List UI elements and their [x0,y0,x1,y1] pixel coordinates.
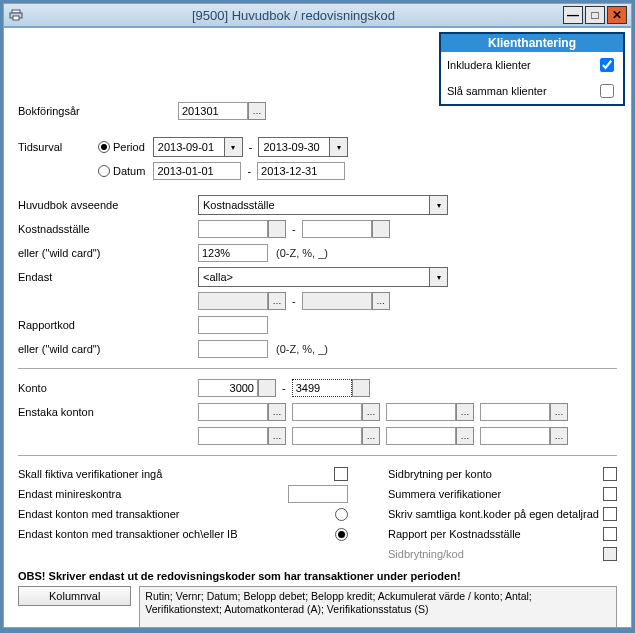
konto-to-lookup[interactable] [352,379,370,397]
enstaka-2-input[interactable] [292,403,362,421]
sla-label: Slå samman klienter [447,85,547,97]
obs-text: OBS! Skriver endast ut de redovisningsko… [18,570,617,582]
enstaka-6-lookup[interactable]: … [362,427,380,445]
gray-to-input[interactable] [302,292,372,310]
minimize-button[interactable]: — [563,6,583,24]
enstaka-4-lookup[interactable]: … [550,403,568,421]
radio-icon [98,165,110,177]
separator [18,368,617,369]
konto-label: Konto [18,382,198,394]
konto-from-lookup[interactable] [258,379,276,397]
period-radio[interactable]: Period [98,141,145,153]
chevron-down-icon: ▾ [224,138,242,156]
klient-header: Klienthantering [441,34,623,52]
kostnad-from-input[interactable] [198,220,268,238]
chevron-down-icon: ▾ [429,196,447,214]
tidsurval-label: Tidsurval [18,141,98,153]
wild2-input[interactable] [198,340,268,358]
wild2-label: eller ("wild card") [18,343,198,355]
rapportkod-input[interactable] [198,316,268,334]
rapportkod-label: Rapportkod [18,319,198,331]
kostnadsstalle-label: Kostnadsställe [18,223,198,235]
trans-radio[interactable] [335,508,348,521]
enstaka-8-lookup[interactable]: … [550,427,568,445]
sidbryt-konto-label: Sidbrytning per konto [388,468,492,480]
huvudbok-select[interactable]: Kostnadsställe ▾ [198,195,448,215]
enstaka-1-input[interactable] [198,403,268,421]
inkludera-label: Inkludera klienter [447,59,531,71]
kostnad-to-input[interactable] [302,220,372,238]
datum-radio[interactable]: Datum [98,165,145,177]
period-to-select[interactable]: 2013-09-30 ▾ [258,137,348,157]
wild1-input[interactable] [198,244,268,262]
enstaka-3-input[interactable] [386,403,456,421]
klient-panel: Klienthantering Inkludera klienter Slå s… [439,32,625,106]
svg-rect-2 [13,16,19,20]
wild1-hint: (0-Z, %, _) [276,247,328,259]
bokforingsar-lookup[interactable]: … [248,102,266,120]
summera-label: Summera verifikationer [388,488,501,500]
enstaka-5-lookup[interactable]: … [268,427,286,445]
minireskontra-label: Endast minireskontra [18,488,121,500]
enstaka-1-lookup[interactable]: … [268,403,286,421]
datum-from-input[interactable] [153,162,241,180]
rapport-label: Rapport per Kostnadsställe [388,528,521,540]
gray-from-lookup[interactable]: … [268,292,286,310]
enstaka-6-input[interactable] [292,427,362,445]
enstaka-3-lookup[interactable]: … [456,403,474,421]
enstaka-8-input[interactable] [480,427,550,445]
konto-to-input[interactable] [292,379,352,397]
maximize-button[interactable]: □ [585,6,605,24]
transib-label: Endast konton med transaktioner och\elle… [18,528,238,540]
enstaka-4-input[interactable] [480,403,550,421]
gray-from-input[interactable] [198,292,268,310]
sidbryt-konto-checkbox[interactable] [603,467,617,481]
separator [18,455,617,456]
rapport-checkbox[interactable] [603,527,617,541]
period-from-select[interactable]: 2013-09-01 ▾ [153,137,243,157]
skriv-checkbox[interactable] [603,507,617,521]
datum-to-input[interactable] [257,162,345,180]
fiktiva-label: Skall fiktiva verifikationer ingå [18,468,162,480]
chevron-down-icon: ▾ [429,268,447,286]
bokforingsar-label: Bokföringsår [18,105,178,117]
wild1-label: eller ("wild card") [18,247,198,259]
endast-select[interactable]: <alla> ▾ [198,267,448,287]
radio-icon [98,141,110,153]
summera-checkbox[interactable] [603,487,617,501]
skriv-label: Skriv samtliga kont.koder på egen detalj… [388,508,599,520]
konto-from-input[interactable] [198,379,258,397]
sla-checkbox[interactable] [600,84,614,98]
close-button[interactable]: ✕ [607,6,627,24]
kostnad-from-lookup[interactable] [268,220,286,238]
wild2-hint: (0-Z, %, _) [276,343,328,355]
enstaka-2-lookup[interactable]: … [362,403,380,421]
print-icon [8,7,24,23]
transib-radio[interactable] [335,528,348,541]
enstaka-7-input[interactable] [386,427,456,445]
window-title: [9500] Huvudbok / redovisningskod [24,8,563,23]
minireskontra-input[interactable] [288,485,348,503]
fiktiva-checkbox[interactable] [334,467,348,481]
enstaka-7-lookup[interactable]: … [456,427,474,445]
sidbryt-kod-checkbox [603,547,617,561]
kolumn-desc: Rutin; Vernr; Datum; Belopp debet; Belop… [139,586,617,628]
endast-label: Endast [18,271,198,283]
kostnad-to-lookup[interactable] [372,220,390,238]
enstaka-label: Enstaka konton [18,406,198,418]
period-label: Period [113,141,145,153]
enstaka-5-input[interactable] [198,427,268,445]
bokforingsar-input[interactable] [178,102,248,120]
chevron-down-icon: ▾ [329,138,347,156]
sidbryt-kod-label: Sidbrytning/kod [388,548,464,560]
datum-label: Datum [113,165,145,177]
kolumnval-button[interactable]: Kolumnval [18,586,131,606]
inkludera-checkbox[interactable] [600,58,614,72]
trans-label: Endast konton med transaktioner [18,508,179,520]
huvudbok-label: Huvudbok avseende [18,199,198,211]
gray-to-lookup[interactable]: … [372,292,390,310]
